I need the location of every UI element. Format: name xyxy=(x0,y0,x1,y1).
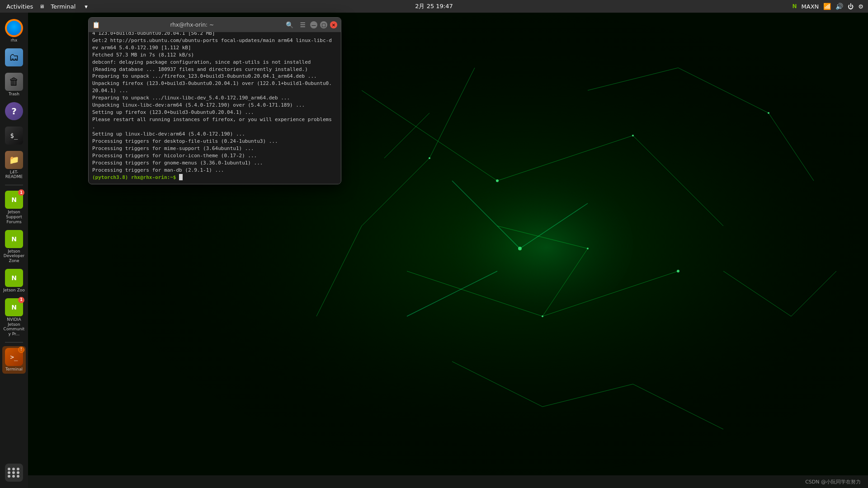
svg-line-17 xyxy=(723,271,791,316)
terminal-line: 4 123.0+build3-0ubuntu0.20.04.1 [56.2 MB… xyxy=(92,32,337,37)
terminal-line: Preparing to unpack .../firefox_123.0+bu… xyxy=(92,73,337,80)
terminal-titlebar: 📋 rhx@rhx-orin: ~ 🔍 ☰ — □ ✕ xyxy=(89,18,341,32)
terminal-line: Processing triggers for desktop-file-uti… xyxy=(92,138,337,145)
volume-icon[interactable]: 🔊 xyxy=(835,3,843,10)
svg-line-3 xyxy=(497,136,633,181)
svg-line-5 xyxy=(407,271,542,316)
dock-item-jetson-dev[interactable]: N Jetson Developer Zone xyxy=(2,228,26,265)
terminal-line: Get:2 http://ports.ubuntu.com/ubuntu-por… xyxy=(92,37,337,44)
dock-item-terminal-app[interactable]: >_ ! Terminal xyxy=(2,346,26,374)
terminal-search-button[interactable]: 🔍 xyxy=(284,20,295,29)
wifi-icon[interactable]: 📶 xyxy=(823,3,831,10)
svg-point-24 xyxy=(496,179,499,182)
svg-point-31 xyxy=(587,248,589,249)
svg-line-19 xyxy=(497,226,588,249)
dock: rhx 🗂 🗑 Trash ? $_ 📁 L4T-README N xyxy=(0,13,28,488)
terminal-menu-button[interactable]: ☰ xyxy=(298,20,307,29)
terminal-cursor xyxy=(179,174,183,180)
svg-line-23 xyxy=(407,271,497,316)
topbar-terminal-label[interactable]: Terminal xyxy=(48,2,78,11)
terminal-title: rhx@rhx-orin: ~ xyxy=(100,22,284,28)
terminal-line: Please restart all running instances of … xyxy=(92,116,337,123)
svg-line-21 xyxy=(452,181,520,249)
svg-line-14 xyxy=(542,384,633,407)
svg-line-15 xyxy=(633,384,723,429)
svg-line-2 xyxy=(362,90,497,181)
terminal-line: (Reading database ... 180937 files and d… xyxy=(92,66,337,73)
svg-line-16 xyxy=(384,113,429,158)
firefox-icon xyxy=(5,19,23,37)
watermark: CSDN @小阮同学在努力 xyxy=(805,479,861,485)
dock-item-terminal-sm[interactable]: $_ xyxy=(2,125,26,147)
terminal-window[interactable]: 📋 rhx@rhx-orin: ~ 🔍 ☰ — □ ✕ After this o… xyxy=(88,17,341,184)
dock-label-jetson-dev: Jetson Developer Zone xyxy=(3,249,25,263)
settings-icon[interactable]: ⚙ xyxy=(858,3,863,10)
dock-item-jetson-support[interactable]: N 1 Jetson Support Forums xyxy=(2,189,26,226)
power-icon[interactable]: ⏻ xyxy=(848,3,854,10)
terminal-maximize-button[interactable]: □ xyxy=(320,21,327,28)
grid-dot xyxy=(8,471,10,474)
grid-dot xyxy=(17,471,19,474)
dock-label-files2: L4T-README xyxy=(3,170,25,180)
grid-dot xyxy=(12,475,15,478)
dock-item-files2[interactable]: 📁 L4T-README xyxy=(2,149,26,182)
dock-label-firefox: rhx xyxy=(11,38,18,43)
dock-item-help[interactable]: ? xyxy=(2,100,26,123)
topbar-user: MAXN xyxy=(802,3,819,10)
dock-item-trash[interactable]: 🗑 Trash xyxy=(2,71,26,99)
files2-icon: 📁 xyxy=(5,151,23,169)
activities-button[interactable]: Activities xyxy=(4,2,36,11)
terminal-prompt: (pytorch3.8) rhx@rhx-orin:~$ xyxy=(92,174,179,180)
dock-item-jetson-zoo[interactable]: N Jetson Zoo xyxy=(2,267,26,295)
dock-item-firefox[interactable]: rhx xyxy=(2,17,26,45)
terminal-body[interactable]: After this operation, 3,530 kB of additi… xyxy=(89,32,341,184)
svg-point-29 xyxy=(768,112,769,114)
nvidia-community-badge: 1 xyxy=(18,297,24,303)
svg-line-13 xyxy=(452,361,542,407)
jetson-zoo-icon: N xyxy=(5,269,23,287)
dock-item-nvidia-community[interactable]: N 1 NVIDIA Jetson Community Pr... xyxy=(2,296,26,338)
terminal-close-button[interactable]: ✕ xyxy=(330,21,337,28)
titlebar-left-controls: 📋 xyxy=(92,21,100,28)
topbar-terminal-dropdown[interactable]: ▾ xyxy=(82,2,90,11)
topbar: Activities 🖥 Terminal ▾ 2月 25 19:47 N MA… xyxy=(0,0,868,13)
nvidia-community-icon: N 1 xyxy=(5,298,23,316)
terminal-line: 20.04.1) ... xyxy=(92,87,337,94)
svg-line-10 xyxy=(588,68,678,90)
svg-line-4 xyxy=(633,136,723,226)
trash-icon: 🗑 xyxy=(5,73,23,91)
jetson-support-badge: 1 xyxy=(18,189,24,196)
bottom-bar: CSDN @小阮同学在努力 xyxy=(28,475,868,488)
apps-grid-button[interactable] xyxy=(2,462,26,483)
terminal-line: debconf: delaying package configuration,… xyxy=(92,59,337,66)
svg-point-26 xyxy=(429,157,430,159)
dock-item-files[interactable]: 🗂 xyxy=(2,47,26,69)
svg-line-18 xyxy=(791,271,836,316)
terminal-line: Processing triggers for mime-support (3.… xyxy=(92,145,337,152)
grid-dots xyxy=(8,468,20,478)
jetson-dev-icon: N xyxy=(5,230,23,248)
terminal-line: Setting up firefox (123.0+build3-0ubuntu… xyxy=(92,109,337,116)
terminal-line: . xyxy=(92,123,337,131)
topbar-right: N MAXN 📶 🔊 ⏻ ⚙ xyxy=(793,3,868,10)
svg-line-8 xyxy=(362,158,429,226)
terminal-app-badge: ! xyxy=(18,347,24,353)
svg-point-27 xyxy=(542,315,543,317)
svg-point-28 xyxy=(677,270,679,272)
terminal-minimize-button[interactable]: — xyxy=(310,21,317,28)
svg-point-30 xyxy=(518,247,522,250)
nvidia-logo-icon: N xyxy=(793,3,797,9)
grid-dot xyxy=(8,475,10,478)
svg-line-12 xyxy=(769,113,814,181)
dock-label-jetson-support: Jetson Support Forums xyxy=(3,210,25,224)
terminal-line: Preparing to unpack .../linux-libc-dev_5… xyxy=(92,94,337,102)
svg-line-6 xyxy=(542,271,678,316)
dock-label-terminal-app: Terminal xyxy=(5,367,23,372)
jetson-support-icon: N 1 xyxy=(5,191,23,209)
grid-dot xyxy=(17,468,19,470)
terminal-line: Setting up linux-libc-dev:arm64 (5.4.0-1… xyxy=(92,131,337,138)
terminal-new-tab-icon[interactable]: 📋 xyxy=(92,21,100,28)
terminal-line: Processing triggers for hicolor-icon-the… xyxy=(92,152,337,160)
svg-line-9 xyxy=(316,226,362,316)
svg-line-7 xyxy=(429,68,475,158)
